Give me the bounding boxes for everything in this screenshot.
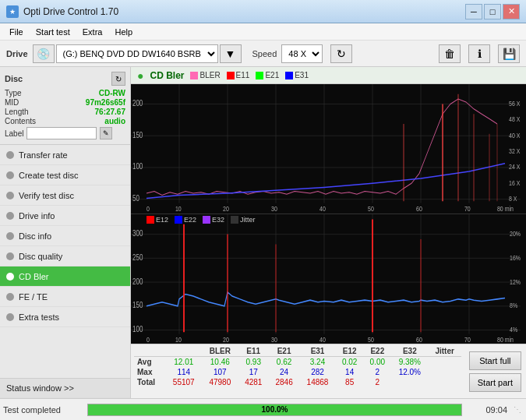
status-text: Test completed [3, 405, 81, 415]
svg-text:150: 150 [132, 131, 143, 139]
legend-bottom-jitter: Jitter [231, 216, 256, 224]
stats-table-wrap: BLERE11E21E31E12E22E32Jitter Avg12.0110.… [131, 344, 464, 398]
legend-dot2-e32 [203, 216, 210, 224]
menu-help[interactable]: Help [108, 23, 139, 40]
svg-text:20%: 20% [510, 230, 521, 238]
disc-refresh-button[interactable]: ↻ [111, 72, 125, 86]
status-window-button[interactable]: Status window >> [0, 378, 130, 398]
nav-item-cd-bler[interactable]: CD Bler [0, 266, 130, 287]
sidebar: Disc ↻ Type CD-RW MID 97m26s65f Length 7… [0, 67, 131, 398]
nav-item-extra-tests[interactable]: Extra tests [0, 307, 130, 327]
nav-item-drive-info[interactable]: Drive info [0, 206, 130, 226]
stats-th-e22: E22 [364, 346, 392, 357]
close-button[interactable]: ✕ [503, 4, 520, 19]
legend-dot-e21 [256, 72, 263, 79]
legend-bottom-e12: E12 [147, 216, 168, 224]
info-button[interactable]: ℹ [468, 44, 490, 63]
legend-bottom-e22: E22 [175, 216, 196, 224]
nav-item-verify-test-disc[interactable]: Verify test disc [0, 185, 130, 206]
stats-th-e11: E11 [238, 346, 269, 357]
menu-file[interactable]: File [3, 23, 30, 40]
svg-text:8%: 8% [510, 302, 517, 309]
stats-header-row: BLERE11E21E31E12E22E32Jitter [134, 346, 461, 357]
svg-text:20: 20 [223, 205, 229, 213]
stats-row-max: Max114107172428214212.0% [134, 367, 461, 377]
nav-label-disc-quality: Disc quality [19, 252, 62, 261]
nav-dot-verify-test-disc [6, 192, 14, 199]
stats-cell-2-4: 14868 [299, 377, 336, 387]
menu-bar: File Start test Extra Help [0, 23, 526, 41]
stats-cell-1-4: 282 [299, 367, 336, 377]
nav-item-transfer-rate[interactable]: Transfer rate [0, 145, 130, 165]
resize-grip: ⋱ [514, 405, 523, 415]
disc-type-label: Type [5, 89, 22, 97]
svg-text:16 X: 16 X [509, 179, 521, 187]
disc-mid-label: MID [5, 98, 19, 107]
start-full-button[interactable]: Start full [469, 351, 521, 370]
drive-refresh-button[interactable]: ▼ [220, 44, 242, 63]
svg-text:10: 10 [175, 205, 182, 213]
stats-row-label-1: Max [134, 367, 166, 377]
nav-label-create-test-disc: Create test disc [19, 171, 78, 180]
stats-body: Avg12.0110.460.930.623.240.020.009.38%Ma… [134, 357, 461, 388]
window-controls: ─ □ ✕ [465, 4, 520, 19]
speed-select[interactable]: 48 X [281, 44, 323, 63]
disc-label-label: Label [5, 129, 23, 138]
disc-contents-label: Contents [5, 117, 36, 125]
svg-text:50: 50 [368, 205, 374, 213]
menu-start-test[interactable]: Start test [30, 23, 76, 40]
legend-dot2-e12 [147, 216, 154, 224]
svg-text:48 X: 48 X [509, 116, 521, 124]
stats-header-label [134, 346, 166, 357]
svg-text:4%: 4% [510, 326, 517, 334]
app-icon: ★ [6, 5, 19, 18]
drive-bar: Drive 💿 (G:) BENQ DVD DD DW1640 BSRB ▼ S… [0, 41, 526, 67]
nav-item-disc-quality[interactable]: Disc quality [0, 246, 130, 266]
drive-select[interactable]: (G:) BENQ DVD DD DW1640 BSRB [56, 44, 218, 63]
svg-text:30: 30 [271, 205, 277, 213]
speed-apply-button[interactable]: ↻ [330, 44, 352, 63]
nav-dot-extra-tests [6, 313, 14, 321]
stats-cell-2-6: 2 [364, 377, 392, 387]
svg-text:200: 200 [132, 277, 143, 285]
stats-cell-2-3: 2846 [269, 377, 299, 387]
menu-extra[interactable]: Extra [76, 23, 109, 40]
nav-dot-transfer-rate [6, 151, 14, 159]
legend-bottom-e32: E32 [203, 216, 224, 224]
nav-dot-cd-bler [6, 273, 14, 281]
speed-label: Speed [252, 49, 277, 58]
svg-text:56 X: 56 X [509, 100, 521, 108]
stats-row-total: Total55107479804281284614868852 [134, 377, 461, 387]
erase-button[interactable]: 🗑 [439, 44, 461, 63]
app-title: Opti Drive Control 1.70 [23, 6, 118, 17]
stats-cell-1-7: 12.0% [391, 367, 428, 377]
minimize-button[interactable]: ─ [465, 4, 482, 19]
stats-cell-0-7: 9.38% [391, 357, 428, 368]
stats-th-e32: E32 [391, 346, 428, 357]
nav-item-create-test-disc[interactable]: Create test disc [0, 165, 130, 185]
svg-text:70: 70 [464, 205, 471, 213]
nav-label-disc-info: Disc info [19, 231, 51, 241]
nav-label-drive-info: Drive info [19, 211, 55, 221]
maximize-button[interactable]: □ [484, 4, 501, 19]
disc-label-edit-button[interactable]: ✎ [100, 127, 112, 139]
nav-item-fe-te[interactable]: FE / TE [0, 287, 130, 307]
drive-label: Drive [6, 49, 28, 58]
svg-text:60: 60 [416, 336, 422, 344]
stats-row-avg: Avg12.0110.460.930.623.240.020.009.38% [134, 357, 461, 368]
disc-mid-value: 97m26s65f [86, 98, 125, 107]
svg-text:200: 200 [132, 99, 143, 108]
content-area: ● CD Bler BLERE11E21E31 [131, 67, 526, 398]
start-part-button[interactable]: Start part [469, 373, 521, 392]
disc-label-input[interactable] [26, 127, 97, 139]
stats-th-e12: E12 [336, 346, 364, 357]
svg-text:12%: 12% [510, 277, 521, 285]
svg-text:0: 0 [147, 205, 150, 213]
stats-table: BLERE11E21E31E12E22E32Jitter Avg12.0110.… [134, 346, 461, 387]
stats-cell-0-1: 10.46 [202, 357, 238, 368]
save-button[interactable]: 💾 [498, 44, 520, 63]
chart-legend-bottom: E12E22E32Jitter [147, 216, 256, 224]
drive-eject-icon[interactable]: 💿 [33, 44, 55, 63]
disc-panel-title: Disc [5, 74, 23, 83]
nav-item-disc-info[interactable]: Disc info [0, 226, 130, 246]
